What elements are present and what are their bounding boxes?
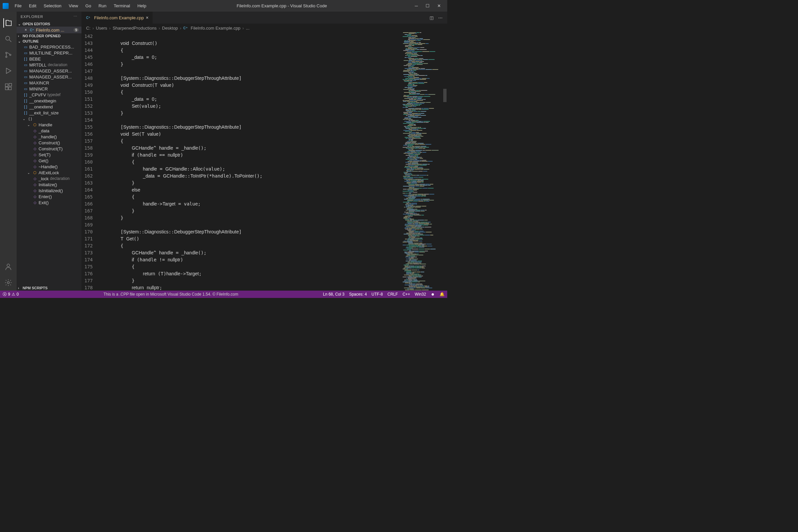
- extensions-icon[interactable]: [4, 82, 13, 92]
- outline-section[interactable]: ⌄ OUTLINE: [17, 39, 81, 44]
- menu-selection[interactable]: Selection: [40, 2, 64, 10]
- menu-run[interactable]: Run: [95, 2, 110, 10]
- outline-item[interactable]: ◇Enter(): [17, 193, 81, 200]
- menu-terminal[interactable]: Terminal: [110, 2, 133, 10]
- outline-item[interactable]: ◇IsInitialized(): [17, 188, 81, 193]
- outline-item[interactable]: ▭MULTILINE_PREPR...: [17, 50, 81, 56]
- breadcrumb-segment[interactable]: Desktop: [162, 25, 178, 31]
- outline-item[interactable]: ◇Exit(): [17, 200, 81, 206]
- outline-item[interactable]: [ ]__exit_list_size: [17, 110, 81, 116]
- breadcrumb-segment[interactable]: SharpenedProductions: [113, 25, 157, 31]
- open-editors-section[interactable]: ⌄ OPEN EDITORS: [17, 21, 81, 26]
- chevron-down-icon: ⌄: [27, 123, 32, 127]
- outline-item[interactable]: ▭MININCR: [17, 86, 81, 92]
- npm-scripts-section[interactable]: › NPM SCRIPTS: [17, 285, 81, 291]
- chevron-right-icon: ›: [18, 286, 23, 290]
- warnings-icon[interactable]: ⚠: [12, 292, 15, 297]
- breadcrumb-segment[interactable]: C:: [86, 25, 91, 31]
- cursor-position[interactable]: Ln 68, Col 3: [323, 292, 344, 297]
- outline-item[interactable]: ◇Initialize(): [17, 182, 81, 188]
- cpp-file-icon: C⁺: [29, 27, 35, 33]
- activity-bar: [0, 12, 17, 291]
- search-icon[interactable]: [4, 34, 13, 43]
- notifications-icon[interactable]: 🔔: [440, 292, 444, 297]
- outline-item[interactable]: ◇Get(): [17, 158, 81, 164]
- outline-item[interactable]: ▭MRTDLLdeclaration: [17, 62, 81, 68]
- settings-gear-icon[interactable]: [4, 278, 13, 287]
- method-symbol-icon: ◇: [32, 194, 38, 199]
- split-editor-icon[interactable]: ◫: [430, 15, 434, 20]
- outline-item[interactable]: ▭MANAGED_ASSER...: [17, 68, 81, 74]
- code-content[interactable]: void Construct() { _data = 0; } [System:…: [98, 32, 401, 291]
- errors-count[interactable]: 9: [8, 292, 10, 297]
- menu-edit[interactable]: Edit: [25, 2, 40, 10]
- outline-item[interactable]: ◇Construct(T): [17, 146, 81, 152]
- indentation[interactable]: Spaces: 4: [349, 292, 367, 297]
- editor-tab[interactable]: C⁺ FileInfo.com Example.cpp ×: [81, 12, 153, 24]
- outline-item[interactable]: ◇~Handle(): [17, 164, 81, 170]
- accounts-icon[interactable]: [4, 262, 13, 271]
- close-button[interactable]: ✕: [437, 4, 441, 8]
- close-icon[interactable]: ×: [25, 27, 29, 32]
- breadcrumb-segment[interactable]: Users: [96, 25, 107, 31]
- outline-label: MAXINCR: [29, 80, 49, 86]
- outline-item[interactable]: ◇Construct(): [17, 140, 81, 146]
- window-title: FileInfo.com Example.cpp - Visual Studio…: [150, 3, 414, 8]
- menu-view[interactable]: View: [65, 2, 81, 10]
- breadcrumb-segment[interactable]: ...: [246, 25, 249, 31]
- outline-label: _lock: [39, 176, 49, 181]
- outline-item[interactable]: [ ]_CPVFVtypedef: [17, 92, 81, 98]
- declaration-label: declaration: [50, 176, 70, 181]
- outline-item[interactable]: ▭MAXINCR: [17, 80, 81, 86]
- editor-area: C⁺ FileInfo.com Example.cpp × ◫ ⋯ C:›Use…: [81, 12, 447, 291]
- warnings-count[interactable]: 0: [17, 292, 19, 297]
- eol[interactable]: CRLF: [387, 292, 398, 297]
- more-icon[interactable]: ⋯: [74, 14, 77, 19]
- outline-item[interactable]: [ ]__onexitbegin: [17, 98, 81, 104]
- feedback-icon[interactable]: ☻: [431, 292, 435, 297]
- svg-point-9: [7, 282, 9, 284]
- vscode-logo-icon: [3, 3, 8, 9]
- outline-item[interactable]: ◇_data: [17, 128, 81, 134]
- tab-close-icon[interactable]: ×: [146, 15, 149, 20]
- scrollbar-thumb[interactable]: [443, 89, 446, 102]
- outline-item[interactable]: ▭BAD_PREPROCESS...: [17, 44, 81, 50]
- source-control-icon[interactable]: [4, 50, 13, 59]
- os[interactable]: Win32: [415, 292, 426, 297]
- code-editor[interactable]: 142 143 144 145 146 147 148 149 150 151 …: [81, 32, 447, 291]
- outline-item[interactable]: ⌄⬡AtExitLock: [17, 170, 81, 175]
- variable-symbol-icon: [ ]: [23, 104, 28, 109]
- explorer-icon[interactable]: [3, 18, 13, 27]
- run-debug-icon[interactable]: [4, 66, 13, 75]
- breadcrumbs[interactable]: C:›Users›SharpenedProductions›Desktop›C⁺…: [81, 24, 447, 32]
- outline-label: Handle: [39, 122, 52, 127]
- menu-help[interactable]: Help: [134, 2, 150, 10]
- outline-item[interactable]: ⌄⬡Handle: [17, 122, 81, 128]
- constant-symbol-icon: ▭: [23, 62, 28, 68]
- maximize-button[interactable]: ☐: [425, 4, 430, 8]
- outline-item[interactable]: ◇_lockdeclaration: [17, 175, 81, 182]
- breadcrumb-segment[interactable]: FileInfo.com Example.cpp: [191, 25, 241, 31]
- chevron-right-icon: ›: [18, 34, 23, 38]
- menu-file[interactable]: File: [11, 2, 25, 10]
- vertical-scrollbar[interactable]: [442, 32, 447, 291]
- encoding[interactable]: UTF-8: [372, 292, 383, 297]
- errors-icon[interactable]: ⓧ: [3, 291, 7, 297]
- minimize-button[interactable]: ─: [414, 4, 419, 8]
- outline-item[interactable]: [ ]BEBE: [17, 56, 81, 62]
- language-mode[interactable]: C++: [403, 292, 410, 297]
- svg-point-8: [7, 264, 10, 267]
- outline-item[interactable]: ▭MANAGED_ASSER...: [17, 74, 81, 80]
- open-editor-item[interactable]: × C⁺ FileInfo.com ... 9: [17, 26, 81, 33]
- more-actions-icon[interactable]: ⋯: [438, 15, 442, 20]
- no-folder-section[interactable]: › NO FOLDER OPENED: [17, 33, 81, 39]
- constant-symbol-icon: ▭: [23, 68, 28, 74]
- minimap[interactable]: [401, 32, 442, 291]
- outline-item[interactable]: ◇Set(T): [17, 152, 81, 158]
- outline-label: OUTLINE: [23, 39, 39, 43]
- outline-item[interactable]: ⌄{ }: [17, 116, 81, 122]
- outline-item[interactable]: [ ]__onexitend: [17, 104, 81, 110]
- svg-rect-5: [5, 87, 8, 90]
- outline-item[interactable]: ◇_handle(): [17, 134, 81, 140]
- menu-go[interactable]: Go: [82, 2, 94, 10]
